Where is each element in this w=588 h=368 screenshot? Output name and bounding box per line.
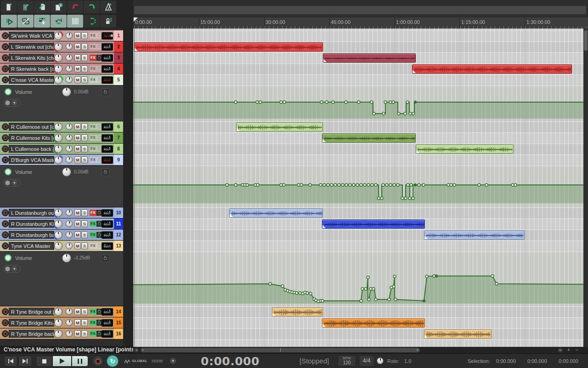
pan-knob[interactable] [66, 220, 73, 227]
track-panel-2[interactable]: L Skerwink out [chanMSFXROUT2 [0, 41, 123, 52]
track-panel-10[interactable]: L Dunstanburgh out [MSFXROUT10 [0, 207, 123, 218]
fx-chip[interactable]: FX [90, 331, 102, 337]
fx-button[interactable]: FX [90, 221, 96, 227]
fx-chip[interactable]: FX [90, 320, 102, 326]
track-panel-15[interactable]: R Tyne Bridge Kits [chMSFXROUT15 [0, 317, 123, 328]
fx-chip[interactable]: FX [90, 135, 102, 141]
playrate-knob[interactable] [377, 357, 384, 364]
fx-button[interactable]: FX [90, 243, 96, 249]
track-number[interactable]: 3 [114, 52, 123, 63]
grouping-button[interactable] [1, 15, 17, 28]
solo-button[interactable]: S [81, 76, 88, 83]
volume-knob[interactable] [53, 329, 63, 339]
fade-in-handle[interactable] [322, 139, 326, 142]
mute-button[interactable]: M [74, 330, 81, 337]
snap-button[interactable] [84, 15, 100, 28]
solo-button[interactable]: S [81, 32, 88, 39]
track-name-input[interactable]: R Tyne Bridge Kits [ch [9, 319, 54, 327]
arrange-view[interactable] [133, 29, 588, 347]
track-number[interactable]: 8 [114, 144, 123, 154]
fx-chip[interactable]: FX [90, 232, 102, 238]
fx-button[interactable]: FX [90, 146, 96, 152]
track-name-input[interactable]: R Dunstanburgh back [9, 231, 54, 239]
pan-knob[interactable] [66, 156, 73, 163]
envelope-volume-knob[interactable] [62, 167, 71, 177]
record-arm-button[interactable] [2, 209, 9, 216]
record-button[interactable] [92, 355, 104, 367]
fade-in-handle[interactable] [322, 324, 326, 327]
gear-icon[interactable] [6, 267, 9, 270]
track-panel-11[interactable]: R Dunstanburgh Kits [MSFXROUT11 [0, 218, 123, 230]
open-project-button[interactable] [17, 0, 34, 13]
media-item-track-6[interactable] [236, 122, 323, 132]
track-panel-5[interactable]: C'nose VCA MasterMSFXROUT5 [0, 75, 123, 86]
mute-button[interactable]: M [74, 54, 81, 61]
fx-chip[interactable]: FX [90, 146, 102, 152]
track-number[interactable]: 9 [114, 155, 123, 165]
envelope-bypass-button[interactable] [102, 254, 109, 262]
rate-value[interactable]: 1.0 [404, 358, 411, 364]
record-arm-button[interactable] [2, 65, 9, 72]
track-number[interactable]: 7 [114, 132, 123, 143]
fx-chip[interactable]: FX [90, 44, 102, 50]
mute-button[interactable]: M [74, 123, 81, 130]
solo-button[interactable]: S [81, 65, 88, 72]
track-name-input[interactable]: L Skerwink out [chan [9, 43, 54, 51]
envelope-dropdown-icon[interactable]: ▼ [11, 100, 17, 106]
media-item-track-10[interactable] [229, 208, 323, 218]
fx-chip[interactable]: FX [90, 243, 102, 249]
track-number[interactable]: 12 [114, 230, 123, 240]
track-number[interactable]: 14 [114, 306, 123, 317]
fx-chip[interactable]: FX [90, 55, 102, 61]
record-arm-button[interactable] [2, 43, 9, 50]
scroll-left-button[interactable]: ◂ [134, 348, 139, 352]
mute-button[interactable]: M [74, 32, 81, 39]
volume-knob[interactable] [53, 144, 63, 154]
track-name-input[interactable]: R Skerwink back [char [9, 65, 54, 73]
volume-knob[interactable] [53, 133, 63, 143]
record-arm-button[interactable] [2, 145, 9, 152]
selection-end[interactable]: 0:00.000 [527, 358, 547, 364]
solo-button[interactable]: S [81, 330, 88, 337]
fx-button[interactable]: FX [90, 135, 96, 141]
mute-button[interactable]: M [74, 242, 81, 249]
media-item-track-7[interactable] [322, 133, 416, 143]
record-arm-button[interactable] [2, 319, 9, 326]
global-automation-dropdown[interactable]: ▼ [170, 358, 176, 364]
fx-button[interactable]: FX [90, 44, 96, 50]
fx-chip[interactable]: FX [90, 77, 102, 83]
media-item-track-3[interactable] [323, 53, 416, 63]
record-arm-button[interactable] [2, 134, 9, 141]
fx-chip[interactable]: FX [90, 210, 102, 216]
pan-knob[interactable] [66, 43, 73, 50]
track-panel-14[interactable]: R Tyne Bridge out [chMSFXROUT14 [0, 306, 123, 317]
routing-button[interactable]: ROUT [102, 220, 113, 228]
track-panel-13[interactable]: Tyne VCA MasterMSFXROUT13 [0, 241, 123, 252]
routing-button[interactable]: ROUT [102, 308, 113, 316]
pan-knob[interactable] [66, 32, 73, 39]
fx-button[interactable]: FX [90, 124, 96, 130]
track-number[interactable]: 13 [114, 241, 123, 251]
track-panel-3[interactable]: L Skerwink Kits [chanMSFXROUT3 [0, 52, 123, 63]
fx-chip[interactable]: FX [90, 309, 102, 315]
fade-in-handle[interactable] [323, 59, 327, 62]
fade-in-handle[interactable] [424, 236, 428, 239]
envelope-active-icon[interactable] [5, 254, 11, 261]
solo-button[interactable]: S [81, 319, 88, 326]
transport-time-display[interactable]: 0:00.000 [201, 355, 260, 368]
record-arm-button[interactable] [2, 231, 9, 238]
selection-start[interactable]: 0:00.000 [496, 358, 516, 364]
pan-knob[interactable] [66, 330, 73, 337]
bpm-display[interactable]: BPM 120 [338, 355, 356, 367]
zoom-out-button[interactable]: − [576, 347, 578, 352]
stop-button[interactable] [36, 356, 52, 367]
solo-button[interactable]: S [81, 242, 88, 249]
fx-button[interactable]: FX [90, 309, 96, 315]
mute-button[interactable]: M [74, 156, 81, 163]
fx-button[interactable]: FX [90, 77, 96, 83]
go-to-start-button[interactable] [4, 356, 17, 367]
envelope-volume-knob[interactable] [62, 253, 71, 263]
pause-button[interactable] [72, 356, 88, 367]
go-to-end-button[interactable] [18, 356, 32, 367]
gear-icon[interactable] [6, 101, 9, 104]
